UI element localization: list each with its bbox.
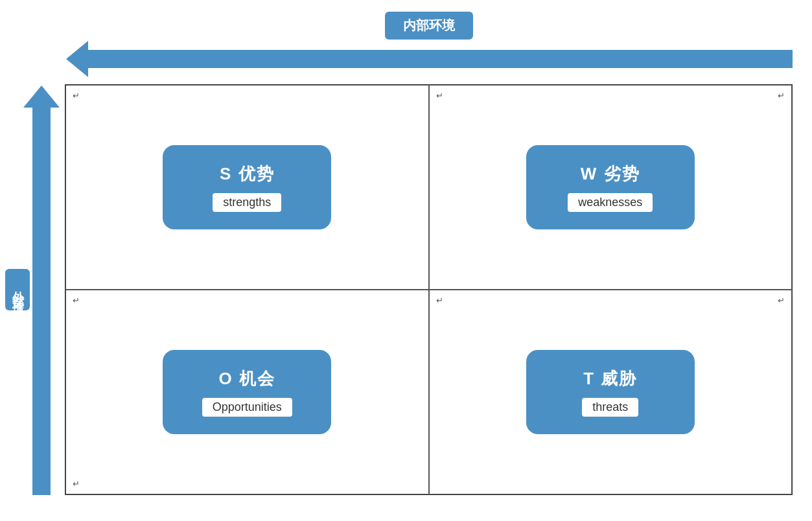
strengths-title: S 优势 xyxy=(220,163,275,185)
top-arrow-row xyxy=(65,47,793,71)
swot-grid: ↵ S 优势 strengths ↵ ↵ W 劣势 weaknesses ↵ ↵… xyxy=(65,84,793,495)
corner-mark-br-outer: ↵ xyxy=(778,295,785,305)
threats-subtitle: threats xyxy=(582,398,638,417)
page-container: 内部环境 外部环境 ↵ S 优势 strengths ↵ ↵ W xyxy=(0,0,812,521)
left-label: 外部环境 xyxy=(5,269,30,310)
weaknesses-title: W 劣势 xyxy=(581,163,640,185)
left-arrow-area: 外部环境 xyxy=(5,84,51,495)
top-label: 内部环境 xyxy=(385,12,473,40)
left-arrow-col xyxy=(32,84,51,495)
corner-mark-tr-inner: ↵ xyxy=(436,91,443,100)
corner-mark-tr-outer: ↵ xyxy=(778,91,785,100)
bottom-mark-bl: ↵ xyxy=(73,479,80,489)
corner-mark-tl: ↵ xyxy=(73,91,80,100)
opportunities-title: O 机会 xyxy=(219,367,275,390)
corner-mark-bl: ↵ xyxy=(73,295,80,305)
top-arrow-area: 内部环境 xyxy=(65,12,793,71)
opportunities-subtitle: Opportunities xyxy=(202,398,292,417)
cell-opportunities: ↵ ↵ O 机会 Opportunities xyxy=(65,290,429,494)
left-arrow-line xyxy=(32,106,51,495)
weaknesses-subtitle: weaknesses xyxy=(568,193,653,212)
strengths-subtitle: strengths xyxy=(213,193,281,212)
card-weaknesses: W 劣势 weaknesses xyxy=(526,145,695,229)
card-threats: T 威胁 threats xyxy=(526,350,695,434)
card-opportunities: O 机会 Opportunities xyxy=(163,350,331,434)
cell-threats: ↵ ↵ T 威胁 threats xyxy=(429,290,793,494)
card-strengths: S 优势 strengths xyxy=(163,145,331,229)
corner-mark-br-inner: ↵ xyxy=(436,295,443,305)
threats-title: T 威胁 xyxy=(583,367,637,390)
cell-weaknesses: ↵ ↵ W 劣势 weaknesses xyxy=(429,85,793,290)
top-arrow-line xyxy=(87,50,793,68)
cell-strengths: ↵ S 优势 strengths xyxy=(65,85,429,290)
